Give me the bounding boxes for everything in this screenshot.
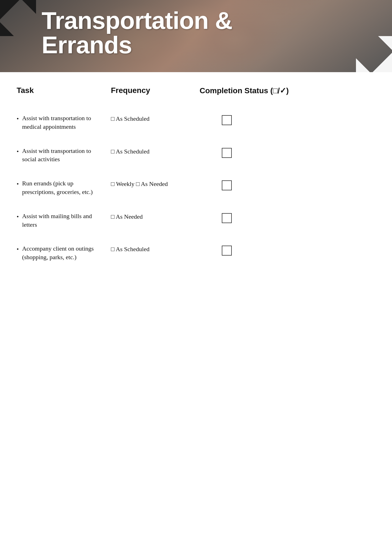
task-label: Run errands (pick up prescriptions, groc…: [22, 179, 105, 196]
header-section: Transportation & Errands: [0, 0, 392, 72]
bullet-icon: •: [17, 180, 19, 188]
task-text-col: • Assist with transportation to medical …: [17, 114, 111, 131]
task-text-col: • Accompany client on outings (shopping,…: [17, 244, 111, 262]
table-row: • Run errands (pick up prescriptions, gr…: [17, 171, 375, 204]
checkbox-col: [200, 179, 375, 190]
bullet-icon: •: [17, 115, 19, 123]
bullet-icon: •: [17, 213, 19, 221]
task-label: Assist with mailing bills and letters: [22, 212, 105, 229]
task-label: Assist with transportation to social act…: [22, 147, 105, 164]
table-row: • Assist with transportation to medical …: [17, 106, 375, 139]
svg-marker-1: [0, 22, 14, 36]
checkbox-col: [200, 147, 375, 158]
decorative-triangles-topleft: [0, 0, 36, 36]
frequency-label: □ As Needed: [111, 212, 200, 221]
task-text-col: • Run errands (pick up prescriptions, gr…: [17, 179, 111, 196]
task-text-col: • Assist with mailing bills and letters: [17, 212, 111, 229]
svg-marker-5: [356, 58, 370, 72]
decorative-triangles-bottomright: [356, 36, 392, 72]
col-frequency-header: Frequency: [111, 86, 200, 95]
col-status-header: Completion Status (□/✓): [200, 86, 375, 95]
table-header: Task Frequency Completion Status (□/✓): [17, 86, 375, 98]
task-list: • Assist with transportation to medical …: [17, 106, 375, 269]
checkbox-col: [200, 114, 375, 125]
completion-checkbox[interactable]: [222, 213, 232, 223]
task-label: Accompany client on outings (shopping, p…: [22, 244, 105, 262]
task-text-col: • Assist with transportation to social a…: [17, 147, 111, 164]
task-label: Assist with transportation to medical ap…: [22, 114, 105, 131]
table-row: • Assist with transportation to social a…: [17, 139, 375, 172]
table-row: • Accompany client on outings (shopping,…: [17, 237, 375, 269]
completion-checkbox[interactable]: [222, 180, 232, 190]
main-content: Task Frequency Completion Status (□/✓) •…: [0, 72, 392, 286]
svg-marker-2: [22, 0, 36, 14]
svg-marker-4: [378, 36, 392, 50]
bullet-icon: •: [17, 245, 19, 254]
col-task-header: Task: [17, 86, 111, 95]
page-title: Transportation & Errands: [42, 8, 232, 57]
table-row: • Assist with mailing bills and letters …: [17, 204, 375, 237]
frequency-label: □ As Scheduled: [111, 147, 200, 156]
completion-checkbox[interactable]: [222, 148, 232, 158]
checkbox-col: [200, 212, 375, 223]
svg-marker-3: [373, 53, 392, 72]
completion-checkbox[interactable]: [222, 115, 232, 125]
frequency-label: □ As Scheduled: [111, 114, 200, 123]
frequency-label: □ Weekly □ As Needed: [111, 179, 200, 188]
checkbox-col: [200, 244, 375, 256]
frequency-label: □ As Scheduled: [111, 244, 200, 254]
svg-marker-0: [0, 0, 19, 19]
completion-checkbox[interactable]: [222, 246, 232, 256]
bullet-icon: •: [17, 147, 19, 156]
